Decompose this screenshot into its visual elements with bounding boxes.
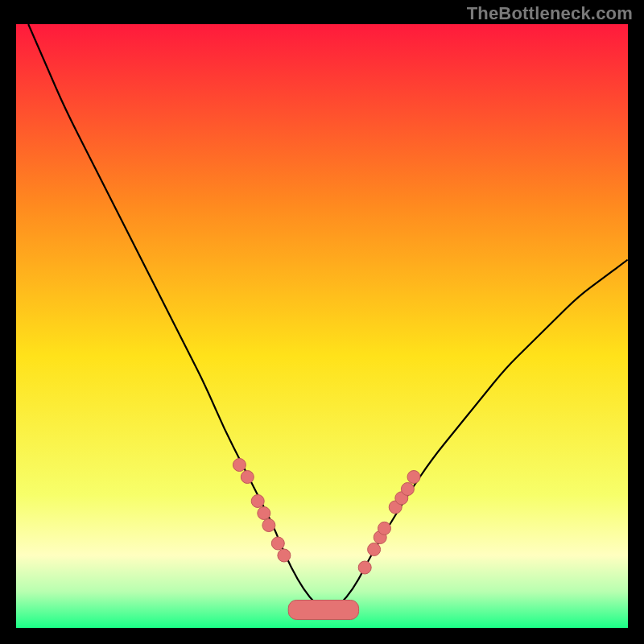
marker-dot-left (241, 471, 254, 484)
chart-frame (16, 24, 628, 628)
marker-dot-left (251, 495, 264, 508)
marker-dot-left (278, 549, 291, 562)
marker-dot-left (258, 507, 270, 520)
watermark-text: TheBottleneck.com (467, 3, 633, 24)
bottleneck-chart (16, 24, 628, 628)
marker-dot-left (262, 519, 275, 532)
marker-dot-left (271, 537, 284, 550)
marker-dot-right (358, 561, 371, 574)
marker-dot-right (401, 483, 414, 496)
marker-dot-left (233, 459, 246, 472)
chart-stage: TheBottleneck.com (0, 0, 644, 644)
optimal-band-marker (288, 601, 358, 620)
marker-dot-right (407, 471, 420, 484)
marker-dot-right (378, 522, 391, 535)
gradient-background (16, 24, 628, 628)
marker-dot-right (368, 543, 381, 556)
